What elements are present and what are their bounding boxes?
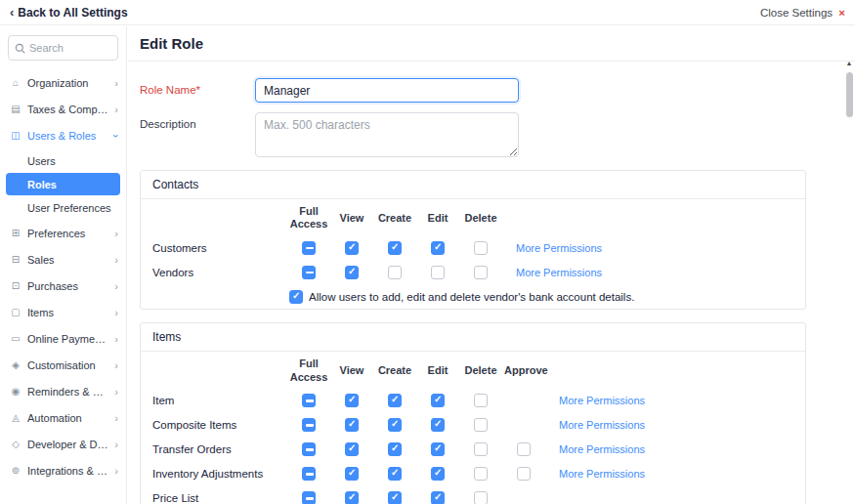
sidebar-item-reminders-notifications[interactable]: ◉ Reminders & Notific... ›: [0, 378, 126, 404]
customers-full-access-checkbox[interactable]: [302, 241, 316, 255]
composite-items-edit-checkbox[interactable]: [431, 418, 445, 432]
more-permissions-link[interactable]: More Permissions: [516, 267, 602, 278]
sidebar-item-purchases[interactable]: ⊡ Purchases ›: [0, 273, 126, 299]
full-access-column-header: Full Access: [287, 352, 330, 388]
chevron-right-icon: ›: [114, 386, 118, 398]
chevron-right-icon: ›: [114, 333, 118, 345]
sidebar-item-label: Reminders & Notific...: [27, 386, 108, 398]
sidebar-item-developer-data[interactable]: ◇ Developer & Data ›: [0, 431, 126, 457]
table-row-inventory-adjustments: Inventory Adjustments More Permissions: [141, 462, 805, 486]
back-to-settings-link[interactable]: ‹ Back to All Settings: [10, 5, 128, 20]
vendor-bank-note: Allow users to add, edit and delete vend…: [309, 291, 634, 303]
users-icon: ◫: [10, 130, 21, 141]
search-input[interactable]: [29, 42, 111, 54]
transfer-orders-full-access-checkbox[interactable]: [302, 442, 316, 456]
transfer-orders-view-checkbox[interactable]: [345, 442, 359, 456]
inventory-adjustments-approve-checkbox[interactable]: [517, 467, 531, 481]
sidebar-subitem-label: User Preferences: [27, 202, 111, 214]
row-label: Customers: [141, 235, 287, 260]
approve-column-header: Approve: [502, 352, 545, 388]
close-settings-button[interactable]: Close Settings ×: [760, 7, 845, 19]
vendors-delete-checkbox[interactable]: [474, 266, 488, 279]
sidebar-item-organization[interactable]: ⌂ Organization ›: [0, 69, 126, 96]
transfer-orders-approve-checkbox[interactable]: [517, 442, 531, 456]
description-label: Description: [140, 112, 255, 157]
inventory-adjustments-full-access-checkbox[interactable]: [302, 467, 316, 481]
item-edit-checkbox[interactable]: [431, 394, 445, 407]
composite-items-create-checkbox[interactable]: [388, 418, 402, 432]
items-section-title: Items: [141, 323, 805, 352]
scrollbar-up-arrow[interactable]: ▲: [845, 60, 853, 66]
item-delete-checkbox[interactable]: [474, 394, 488, 407]
sidebar-item-label: Automation: [27, 412, 108, 424]
sidebar-item-label: Taxes & Compliance: [27, 104, 108, 115]
sidebar-item-preferences[interactable]: ⊞ Preferences ›: [0, 220, 126, 246]
sidebar-item-label: Sales: [27, 254, 108, 266]
transfer-orders-create-checkbox[interactable]: [388, 442, 402, 456]
sidebar-item-users[interactable]: Users: [6, 149, 120, 172]
sidebar-item-roles[interactable]: Roles: [6, 173, 120, 195]
customers-edit-checkbox[interactable]: [431, 241, 445, 255]
customers-view-checkbox[interactable]: [345, 241, 359, 255]
item-create-checkbox[interactable]: [388, 394, 402, 407]
vendors-view-checkbox[interactable]: [345, 266, 359, 279]
composite-items-view-checkbox[interactable]: [345, 418, 359, 432]
chevron-right-icon: ›: [114, 465, 118, 477]
composite-items-full-access-checkbox[interactable]: [302, 418, 316, 432]
sidebar-item-integrations-marketplace[interactable]: ⊚ Integrations & Mark... ›: [0, 457, 126, 483]
entity-column-header: [141, 199, 287, 235]
price-list-full-access-checkbox[interactable]: [302, 491, 316, 504]
vendors-full-access-checkbox[interactable]: [302, 266, 316, 279]
more-permissions-link[interactable]: More Permissions: [516, 242, 602, 254]
inventory-adjustments-delete-checkbox[interactable]: [474, 467, 488, 481]
sidebar-item-automation[interactable]: ◬ Automation ›: [0, 404, 126, 431]
customers-delete-checkbox[interactable]: [474, 241, 488, 255]
price-list-delete-checkbox[interactable]: [474, 491, 488, 504]
vendors-edit-checkbox[interactable]: [431, 266, 445, 279]
table-header-row: Full Access View Create Edit Delete: [141, 199, 805, 235]
row-label: Composite Items: [141, 413, 287, 438]
table-header-row: Full Access View Create Edit Delete Appr…: [141, 352, 805, 388]
vendor-bank-details-checkbox[interactable]: [289, 290, 303, 304]
inventory-adjustments-create-checkbox[interactable]: [388, 467, 402, 481]
price-list-view-checkbox[interactable]: [345, 491, 359, 504]
more-permissions-link[interactable]: More Permissions: [559, 419, 645, 431]
delete-column-header: Delete: [459, 199, 502, 235]
inventory-adjustments-view-checkbox[interactable]: [345, 467, 359, 481]
sidebar-item-label: Purchases: [27, 280, 108, 292]
more-permissions-link[interactable]: More Permissions: [559, 468, 645, 480]
table-row-vendors: Vendors More Permissions: [141, 260, 805, 284]
sidebar-item-items[interactable]: ▢ Items ›: [0, 299, 126, 325]
item-full-access-checkbox[interactable]: [302, 394, 316, 407]
vendors-create-checkbox[interactable]: [388, 266, 402, 279]
inventory-adjustments-edit-checkbox[interactable]: [431, 467, 445, 481]
item-view-checkbox[interactable]: [345, 394, 359, 407]
more-permissions-link[interactable]: More Permissions: [559, 395, 645, 406]
sidebar-item-label: Integrations & Mark...: [27, 465, 108, 477]
sidebar-item-sales[interactable]: ⊟ Sales ›: [0, 246, 126, 273]
sidebar-item-taxes-compliance[interactable]: ▤ Taxes & Compliance ›: [0, 96, 126, 122]
sidebar-item-online-payments[interactable]: ▭ Online Payments ›: [0, 325, 126, 352]
role-name-input[interactable]: [255, 78, 519, 103]
scrollbar-thumb[interactable]: [846, 72, 853, 117]
sidebar-item-label: Developer & Data: [27, 439, 108, 450]
chevron-right-icon: ›: [114, 254, 118, 266]
sidebar-item-customisation[interactable]: ◈ Customisation ›: [0, 352, 126, 378]
customers-create-checkbox[interactable]: [388, 241, 402, 255]
transfer-orders-edit-checkbox[interactable]: [431, 442, 445, 456]
sidebar-item-user-preferences[interactable]: User Preferences: [6, 196, 120, 219]
automation-icon: ◬: [10, 412, 21, 423]
composite-items-delete-checkbox[interactable]: [474, 418, 488, 432]
scrollbar-track[interactable]: ▲: [845, 72, 853, 498]
chevron-left-icon: ‹: [10, 5, 14, 20]
price-list-edit-checkbox[interactable]: [431, 491, 445, 504]
more-permissions-link[interactable]: More Permissions: [559, 443, 645, 455]
sidebar-item-users-roles[interactable]: ◫ Users & Roles ›: [0, 122, 126, 148]
search-icon: [15, 43, 25, 54]
description-input[interactable]: [255, 112, 519, 157]
price-list-create-checkbox[interactable]: [388, 491, 402, 504]
role-name-label: Role Name*: [140, 78, 255, 103]
customisation-icon: ◈: [10, 359, 21, 370]
transfer-orders-delete-checkbox[interactable]: [474, 442, 488, 456]
sidebar-search[interactable]: [8, 35, 118, 61]
